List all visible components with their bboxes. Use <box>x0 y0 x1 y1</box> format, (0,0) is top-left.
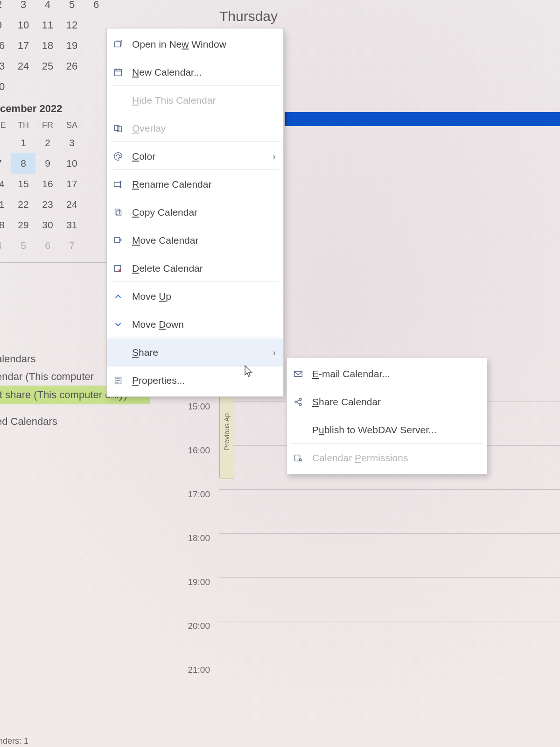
mini-calendar-2-day[interactable]: 8 <box>11 153 35 174</box>
svg-rect-1 <box>115 70 122 76</box>
menu-copy-calendar[interactable]: Copy Calendar <box>107 198 283 226</box>
permissions-icon <box>292 451 305 465</box>
svg-rect-9 <box>117 211 121 216</box>
svg-point-4 <box>116 155 117 156</box>
mini-calendar-1-day[interactable]: 5 <box>60 0 84 15</box>
submenu-publish-webdav[interactable]: Publish to WebDAV Server... <box>287 416 487 444</box>
all-day-event[interactable] <box>285 112 560 126</box>
mini-calendar-1-day[interactable]: 26 <box>60 56 84 77</box>
mini-calendar-1-day[interactable]: 4 <box>35 0 60 15</box>
mini-calendar-2-dow-cell: WE <box>0 118 11 133</box>
svg-rect-13 <box>294 372 302 377</box>
chevron-right-icon: › <box>273 151 276 162</box>
menu-move-calendar[interactable]: Move Calendar <box>107 226 283 254</box>
mini-calendar-2-day[interactable]: 3 <box>60 133 84 153</box>
chevron-down-icon <box>112 318 125 331</box>
mini-calendar-2-day[interactable]: 21 <box>0 194 11 215</box>
svg-point-5 <box>118 154 119 155</box>
menu-new-calendar[interactable]: New Calendar... <box>107 58 283 86</box>
mini-calendar-2-day[interactable]: 30 <box>35 215 60 235</box>
mini-calendar-2-day[interactable]: 5 <box>11 235 35 256</box>
mini-calendar-1-day[interactable]: 24 <box>11 56 35 77</box>
mini-calendar-2-day[interactable]: 7 <box>60 235 84 256</box>
time-label: 20:00 <box>177 621 210 665</box>
submenu-calendar-permissions: Calendar Permissions <box>287 444 487 472</box>
mini-calendar-1-day[interactable]: 19 <box>60 35 84 56</box>
svg-rect-0 <box>115 42 121 47</box>
mini-calendar-2-day[interactable]: 6 <box>35 235 60 256</box>
previous-appointment-tab[interactable]: Previous Ap <box>219 386 233 479</box>
divider <box>0 262 108 263</box>
mini-calendar-1-day[interactable]: 25 <box>35 56 60 77</box>
svg-point-16 <box>299 403 301 406</box>
mini-calendar-2-day[interactable]: 22 <box>11 194 35 215</box>
mini-calendar-1-day[interactable]: 12 <box>60 15 84 35</box>
mini-calendar-1-day[interactable]: 16 <box>0 35 11 56</box>
move-icon <box>112 234 125 247</box>
previous-appointment-label: Previous Ap <box>223 413 231 451</box>
time-label: 17:00 <box>177 489 210 533</box>
mini-calendar-1-day <box>35 77 60 97</box>
mini-calendar-2-dow-cell: TH <box>11 118 35 133</box>
mini-calendar-2-day[interactable]: 17 <box>60 174 84 194</box>
mail-icon <box>292 367 305 381</box>
menu-delete-calendar[interactable]: Delete Calendar <box>107 254 283 282</box>
mini-calendar-2-day[interactable]: 28 <box>0 215 11 235</box>
calendar-icon <box>112 66 125 79</box>
new-window-icon <box>112 38 125 51</box>
mini-calendar-2-day[interactable]: 23 <box>35 194 60 215</box>
mini-calendar-1-day[interactable]: 2 <box>0 0 11 15</box>
rename-icon <box>112 178 125 191</box>
mini-calendar-1-day <box>84 35 108 56</box>
mini-calendar-1-day[interactable]: 3 <box>11 0 35 15</box>
share-submenu: E-mail Calendar... Share Calendar Publis… <box>287 358 487 474</box>
submenu-email-calendar[interactable]: E-mail Calendar... <box>287 360 487 388</box>
mini-calendar-2-day[interactable]: 1 <box>11 133 35 153</box>
mini-calendar-1-day[interactable]: 11 <box>35 15 60 35</box>
mini-calendar-2-day[interactable]: 4 <box>0 235 11 256</box>
mini-calendar-1-day <box>84 56 108 77</box>
mini-calendar-1-day[interactable]: 30 <box>0 77 11 97</box>
mini-calendar-1-day <box>11 77 35 97</box>
properties-icon <box>112 374 125 387</box>
mini-calendar-2-day[interactable]: 31 <box>60 215 84 235</box>
menu-open-new-window[interactable]: Open in New Window <box>107 30 283 58</box>
menu-share[interactable]: Share › <box>107 338 283 366</box>
mini-calendar-1-day[interactable]: 6 <box>84 0 108 15</box>
mini-calendar-1-day[interactable]: 18 <box>35 35 60 56</box>
copy-icon <box>112 206 125 219</box>
mini-calendar-2-day[interactable]: 15 <box>11 174 35 194</box>
mini-calendar-2-day[interactable]: 24 <box>60 194 84 215</box>
mini-calendar-1-day <box>84 15 108 35</box>
calendar-context-menu: Open in New Window New Calendar... Hide … <box>106 28 284 397</box>
mini-calendar-1-day[interactable]: 10 <box>11 15 35 35</box>
day-header: Thursday <box>219 8 278 24</box>
menu-properties[interactable]: Properties... <box>107 366 283 395</box>
menu-move-down[interactable]: Move Down <box>107 310 283 338</box>
menu-rename-calendar[interactable]: Rename Calendar <box>107 170 283 198</box>
time-gutter: 15:0016:0017:0018:0019:0020:0021:00 <box>177 402 210 709</box>
menu-color[interactable]: Color › <box>107 142 283 170</box>
mini-calendar-2-day[interactable]: 7 <box>0 153 11 174</box>
mini-calendar-2-day[interactable]: 2 <box>35 133 60 153</box>
mini-calendar-1-day <box>60 77 84 97</box>
palette-icon <box>112 150 125 163</box>
mini-calendar-2-day[interactable]: 10 <box>60 153 84 174</box>
mini-calendar-1-day[interactable]: 9 <box>0 15 11 35</box>
mini-calendar-1-day[interactable]: 23 <box>0 56 11 77</box>
shared-calendars-header: ed Calendars <box>0 404 150 428</box>
mini-calendar-2-day[interactable]: 16 <box>35 174 60 194</box>
overlay-icon <box>112 122 125 135</box>
mini-calendar-2-day[interactable]: 9 <box>35 153 60 174</box>
submenu-share-calendar[interactable]: Share Calendar <box>287 388 487 416</box>
svg-rect-3 <box>117 127 121 132</box>
time-label: 16:00 <box>177 445 210 489</box>
mini-calendar-1-day[interactable]: 17 <box>11 35 35 56</box>
svg-rect-2 <box>115 126 119 131</box>
menu-hide-calendar: Hide This Calendar <box>107 86 283 114</box>
mini-calendar-2-day[interactable]: 29 <box>11 215 35 235</box>
time-label: 19:00 <box>177 577 210 621</box>
mini-calendar-2-day[interactable]: 14 <box>0 174 11 194</box>
menu-overlay: Overlay <box>107 114 283 142</box>
menu-move-up[interactable]: Move Up <box>107 282 283 310</box>
